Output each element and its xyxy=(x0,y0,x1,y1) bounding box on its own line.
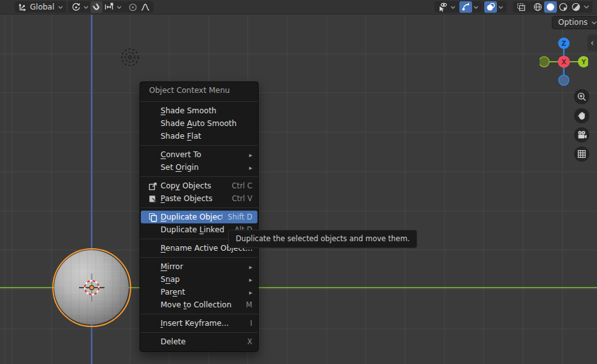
menu-item-parent[interactable]: Parent▸ xyxy=(140,286,258,298)
snap-magnet-icon[interactable] xyxy=(90,1,103,13)
chevron-down-icon xyxy=(115,6,123,9)
xray-toggle[interactable] xyxy=(513,1,529,13)
menu-item-shortcut: X xyxy=(242,337,252,346)
transform-orientation-value: Global xyxy=(28,3,57,12)
menu-item-insert-keyframe[interactable]: Insert Keyframe...I xyxy=(140,317,258,330)
shading-material-preview-icon[interactable] xyxy=(557,1,570,13)
menu-item-label: Shade Auto Smooth xyxy=(161,119,252,128)
pan-hand-icon xyxy=(577,111,587,121)
gizmo-neg-y-ball xyxy=(540,57,549,67)
duplicate-icon xyxy=(148,213,161,222)
overlays-toggle-group xyxy=(482,1,507,13)
menu-item-snap[interactable]: Snap▸ xyxy=(140,273,258,286)
menu-item-duplicate-objects[interactable]: Duplicate ObjectsShift D xyxy=(141,211,257,223)
menu-item-delete[interactable]: DeleteX xyxy=(140,335,258,348)
menu-item-shortcut: M xyxy=(241,300,252,309)
toggle-grid-button[interactable] xyxy=(574,146,589,162)
gizmo-neg-z-ball xyxy=(559,75,569,85)
menu-item-label: Snap xyxy=(161,275,247,284)
sidebar-collapse-arrow[interactable]: ‹ xyxy=(587,34,597,51)
menu-item-shade-flat[interactable]: Shade Flat xyxy=(140,130,258,143)
menu-item-convert-to[interactable]: Convert To▸ xyxy=(140,148,258,161)
menu-item-label: Shade Flat xyxy=(161,132,252,141)
menu-item-label: Shade Smooth xyxy=(161,106,252,115)
menu-separator xyxy=(140,332,258,333)
chevron-down-icon xyxy=(472,6,480,9)
menu-separator xyxy=(140,257,258,258)
menu-item-copy-objects[interactable]: Copy ObjectsCtrl C xyxy=(140,179,258,192)
menu-item-label: Convert To xyxy=(161,150,247,159)
menu-item-shade-smooth[interactable]: Shade Smooth xyxy=(140,104,258,117)
object-context-menu: Object Context Menu Shade SmoothShade Au… xyxy=(140,81,259,352)
paste-icon xyxy=(148,194,161,204)
menu-separator xyxy=(140,101,258,102)
menu-separator xyxy=(140,207,258,208)
options-button[interactable]: Options xyxy=(552,16,597,29)
menu-item-move-to-collection[interactable]: Move to CollectionM xyxy=(140,298,258,311)
menu-item-label: Duplicate Linked xyxy=(161,225,229,234)
menu-item-shade-auto-smooth[interactable]: Shade Auto Smooth xyxy=(140,117,258,130)
context-menu-title: Object Context Menu xyxy=(140,82,258,99)
toggle-grid-icon xyxy=(577,149,587,159)
snap-increment-icon[interactable] xyxy=(103,1,115,13)
shading-modes-group xyxy=(529,1,593,13)
submenu-arrow-icon: ▸ xyxy=(247,164,252,171)
show-overlays-icon[interactable] xyxy=(484,1,497,13)
menu-item-set-origin[interactable]: Set Origin▸ xyxy=(140,161,258,174)
menu-separator xyxy=(140,176,258,177)
menu-item-mirror[interactable]: Mirror▸ xyxy=(140,260,258,273)
3d-cursor xyxy=(78,274,106,302)
blender-3d-viewport: Global xyxy=(0,0,597,364)
tooltip-text: Duplicate the selected objects and move … xyxy=(236,234,410,243)
proportional-editing-group xyxy=(125,1,154,13)
camera-view-icon xyxy=(577,130,587,140)
chevron-down-icon xyxy=(582,5,591,9)
menu-separator xyxy=(140,145,258,146)
menu-item-label: Set Origin xyxy=(161,163,247,172)
context-menu-items: Shade SmoothShade Auto SmoothShade FlatC… xyxy=(140,104,258,351)
gizmo-y-label: Y xyxy=(580,59,586,66)
pivot-point-icon xyxy=(70,1,82,13)
submenu-arrow-icon: ▸ xyxy=(247,151,252,158)
chevron-down-icon xyxy=(57,6,64,9)
zoom-button[interactable] xyxy=(574,89,589,104)
show-gizmo-icon[interactable] xyxy=(459,1,472,13)
gizmo-x-label: X xyxy=(561,59,566,66)
chevron-down-icon xyxy=(590,21,597,25)
menu-separator xyxy=(140,314,258,314)
copy-icon xyxy=(148,181,161,191)
menu-item-shortcut: Shift D xyxy=(222,213,252,221)
shading-wireframe-icon[interactable] xyxy=(531,1,544,13)
chevron-down-icon xyxy=(497,6,505,9)
menu-item-label: Paste Objects xyxy=(161,194,227,203)
shading-rendered-icon[interactable] xyxy=(570,1,582,13)
dashed-circle-marker xyxy=(119,46,141,69)
submenu-arrow-icon: ▸ xyxy=(247,289,252,296)
tooltip: Duplicate the selected objects and move … xyxy=(228,230,417,248)
transform-orientation-dropdown[interactable]: Global xyxy=(15,1,66,13)
transform-orientation-icon xyxy=(17,1,28,13)
gizmo-toggle-group xyxy=(457,1,482,13)
toggle-xray-icon xyxy=(515,1,528,13)
menu-item-label: Copy Objects xyxy=(161,181,227,190)
navigation-gizmo[interactable]: Z Y X xyxy=(540,38,588,86)
zoom-icon xyxy=(577,92,587,102)
menu-item-label: Parent xyxy=(161,288,247,297)
proportional-editing-icon[interactable] xyxy=(127,1,139,13)
pan-button[interactable] xyxy=(574,108,589,123)
shading-solid-icon[interactable] xyxy=(544,1,557,13)
menu-item-label: Duplicate Objects xyxy=(161,213,222,221)
menu-item-paste-objects[interactable]: Paste ObjectsCtrl V xyxy=(140,192,258,205)
submenu-arrow-icon: ▸ xyxy=(247,263,252,270)
snapping-group xyxy=(89,1,125,13)
falloff-curve-icon[interactable] xyxy=(139,1,152,13)
camera-view-button[interactable] xyxy=(574,127,589,143)
options-label: Options xyxy=(556,18,590,27)
viewport-header: Global xyxy=(0,0,597,15)
menu-item-shortcut: Ctrl C xyxy=(227,181,252,190)
chevron-down-icon xyxy=(449,6,457,9)
object-visibility-dropdown[interactable] xyxy=(435,1,459,13)
menu-item-label: Insert Keyframe... xyxy=(161,319,245,328)
submenu-arrow-icon: ▸ xyxy=(247,276,252,283)
menu-item-shortcut: Ctrl V xyxy=(227,194,252,203)
